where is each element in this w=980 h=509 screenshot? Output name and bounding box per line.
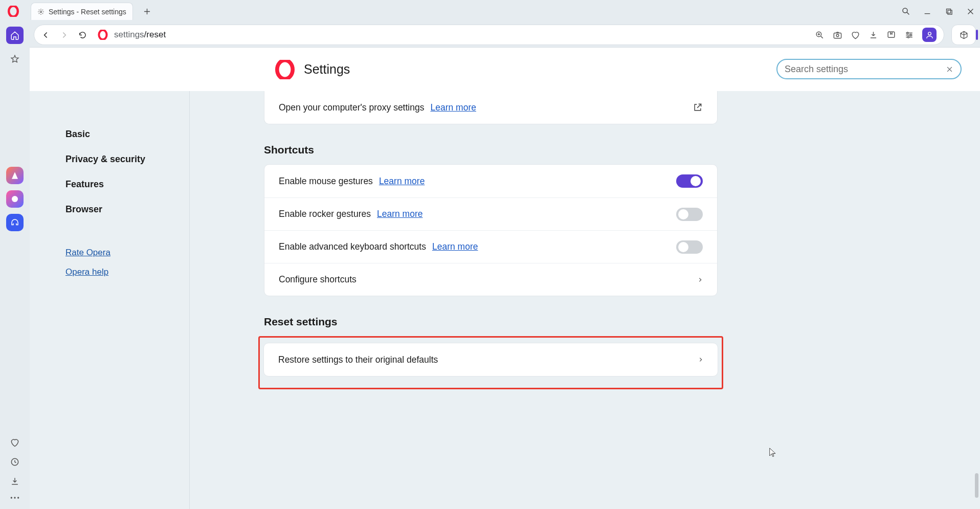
proxy-row[interactable]: Open your computer's proxy settings Lear… (264, 91, 717, 124)
chevron-right-icon (698, 276, 703, 283)
nav-link-help[interactable]: Opera help (65, 267, 189, 277)
nav-back-button[interactable] (36, 26, 55, 44)
nav-reload-button[interactable] (73, 26, 92, 44)
row-keyboard-shortcuts[interactable]: Enable advanced keyboard shortcuts Learn… (264, 230, 717, 263)
row-mouse-gestures[interactable]: Enable mouse gestures Learn more (264, 165, 717, 197)
row-configure-shortcuts[interactable]: Configure shortcuts (264, 263, 717, 296)
clear-search-button[interactable] (946, 65, 953, 73)
sidebar-more-button[interactable] (10, 496, 20, 500)
nav-link-rate[interactable]: Rate Opera (65, 248, 189, 258)
zoom-icon (815, 30, 825, 40)
nav-item-features[interactable]: Features (65, 172, 189, 197)
svg-point-16 (910, 34, 911, 35)
url-path: /reset (144, 30, 166, 39)
tab-strip: Settings - Reset settings (0, 0, 980, 23)
svg-point-19 (277, 60, 293, 78)
nav-forward-button[interactable] (55, 26, 73, 44)
settings-search-input[interactable]: Search settings (776, 59, 962, 79)
section-title-reset: Reset settings (264, 316, 980, 328)
sidebar-history-button[interactable] (10, 457, 20, 467)
addr-zoom-button[interactable] (815, 30, 825, 40)
sidebar-home-button[interactable] (6, 27, 24, 44)
addr-extensions-button[interactable] (951, 25, 976, 45)
sidebar-app-aria[interactable] (6, 167, 24, 184)
home-icon (10, 31, 19, 40)
nav-item-privacy[interactable]: Privacy & security (65, 147, 189, 172)
nav-item-basic[interactable]: Basic (65, 122, 189, 147)
heart-icon (851, 30, 860, 40)
svg-point-15 (907, 32, 908, 33)
svg-rect-12 (834, 33, 841, 38)
row-label: Restore settings to their original defau… (278, 355, 438, 365)
row-label: Enable advanced keyboard shortcuts (279, 241, 426, 252)
shortcuts-card: Enable mouse gestures Learn more Enable … (264, 164, 718, 296)
svg-point-13 (836, 34, 839, 36)
addr-easysetup-button[interactable] (904, 30, 914, 40)
address-bar: settings/reset (34, 25, 944, 45)
svg-point-2 (903, 8, 907, 13)
reload-icon (78, 31, 87, 39)
settings-content: Open your computer's proxy settings Lear… (190, 91, 980, 509)
chevron-right-icon (60, 31, 69, 39)
search-tabs-button[interactable] (901, 7, 910, 16)
sidebar-app-music[interactable] (6, 214, 24, 231)
browser-tab[interactable]: Settings - Reset settings (31, 3, 133, 20)
star-outline-icon (10, 54, 19, 63)
addr-account-button[interactable] (922, 28, 937, 42)
row-label: Enable mouse gestures (279, 176, 373, 187)
addr-snapshot-button[interactable] (833, 30, 842, 40)
opera-sidebar (0, 23, 30, 509)
person-icon (925, 31, 934, 39)
learn-more-link[interactable]: Learn more (377, 209, 423, 219)
svg-point-18 (928, 32, 931, 35)
settings-title-heading: Settings (275, 60, 350, 79)
learn-more-link[interactable]: Learn more (379, 176, 425, 187)
close-window-button[interactable] (966, 7, 975, 16)
row-label: Configure shortcuts (279, 274, 357, 285)
camera-icon (833, 30, 842, 40)
address-favicon (97, 29, 109, 41)
cube-icon (959, 30, 969, 40)
learn-more-link[interactable]: Learn more (432, 241, 478, 252)
sliders-icon (904, 30, 914, 40)
close-icon (946, 65, 953, 73)
addr-saved-button[interactable] (886, 30, 896, 40)
plus-icon (143, 8, 151, 15)
heart-icon (10, 437, 20, 448)
svg-point-1 (40, 11, 42, 13)
toggle-mouse-gestures[interactable] (676, 174, 703, 188)
search-placeholder: Search settings (785, 64, 946, 75)
headphones-icon (10, 218, 19, 227)
minimize-button[interactable] (923, 7, 932, 16)
aria-icon (10, 171, 19, 180)
external-link-icon (693, 102, 703, 113)
opera-o-icon (98, 30, 108, 40)
row-rocker-gestures[interactable]: Enable rocker gestures Learn more (264, 197, 717, 230)
svg-point-5 (12, 196, 18, 202)
section-title-shortcuts: Shortcuts (264, 144, 980, 156)
new-tab-button[interactable] (139, 4, 154, 19)
svg-point-10 (99, 30, 106, 39)
opera-logo-icon (275, 60, 295, 79)
gear-icon (37, 8, 44, 15)
maximize-button[interactable] (944, 7, 953, 16)
bookmark-badge-icon (886, 30, 896, 40)
addr-pinboard-button[interactable] (851, 30, 860, 40)
row-restore-defaults[interactable]: Restore settings to their original defau… (264, 343, 718, 376)
scrollbar-thumb[interactable] (975, 473, 978, 498)
reset-highlight-box: Restore settings to their original defau… (258, 336, 723, 389)
nav-item-browser[interactable]: Browser (65, 197, 189, 222)
dots-icon (10, 496, 20, 500)
sidebar-app-messenger[interactable] (6, 190, 24, 208)
sidebar-favorites-button[interactable] (10, 437, 20, 448)
toggle-rocker-gestures[interactable] (676, 208, 703, 221)
svg-point-8 (14, 497, 15, 498)
url-scheme: settings (114, 30, 144, 39)
proxy-learn-link[interactable]: Learn more (430, 102, 476, 113)
sidebar-bookmark-button[interactable] (6, 50, 24, 68)
chevron-right-icon (698, 356, 703, 363)
address-url[interactable]: settings/reset (114, 30, 810, 40)
addr-downloads-button[interactable] (868, 30, 878, 40)
toggle-keyboard-shortcuts[interactable] (676, 240, 703, 254)
sidebar-downloads-button[interactable] (10, 476, 20, 486)
